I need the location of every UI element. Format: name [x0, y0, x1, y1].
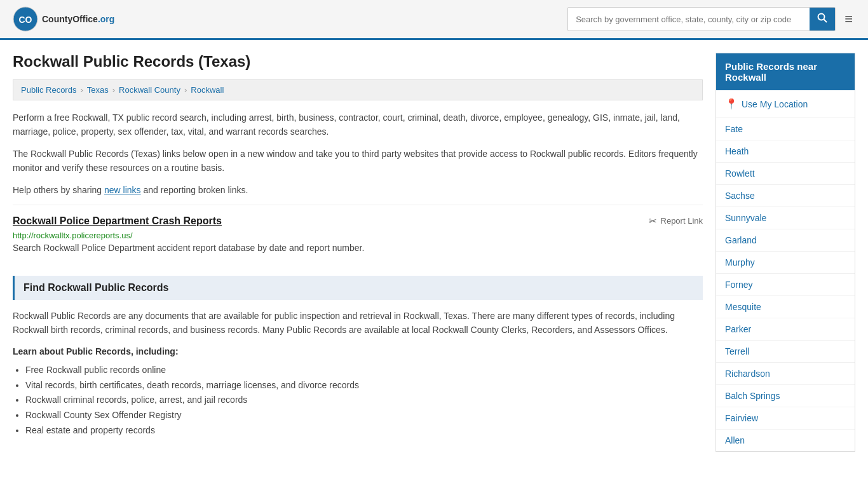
- sidebar-link-sunnyvale[interactable]: Sunnyvale: [716, 207, 855, 229]
- scissors-icon: ✂: [649, 215, 657, 227]
- sidebar-link-mesquite[interactable]: Mesquite: [716, 296, 855, 318]
- breadcrumb-rockwall-county[interactable]: Rockwall County: [119, 85, 180, 95]
- breadcrumb-sep-1: ›: [80, 85, 83, 95]
- sidebar-link-fairview[interactable]: Fairview: [716, 407, 855, 430]
- record-description: Search Rockwall Police Department accide…: [13, 243, 703, 253]
- description-1: Perform a free Rockwall, TX public recor…: [13, 111, 703, 139]
- learn-heading: Learn about Public Records, including:: [13, 346, 703, 356]
- breadcrumb-texas[interactable]: Texas: [87, 85, 109, 95]
- record-entry: Rockwall Police Department Crash Reports…: [13, 205, 703, 263]
- description-3: Help others by sharing new links and rep…: [13, 183, 703, 197]
- list-item: Rockwall criminal records, police, arres…: [25, 393, 703, 408]
- find-section: Find Rockwall Public Records Rockwall Pu…: [13, 276, 703, 438]
- new-links-link[interactable]: new links: [104, 185, 141, 195]
- description-2: The Rockwall Public Records (Texas) link…: [13, 147, 703, 175]
- list-item: Free Rockwall public records online: [25, 363, 703, 378]
- main-container: Rockwall Public Records (Texas) Public R…: [0, 40, 868, 464]
- record-url[interactable]: http://rockwalltx.policereports.us/: [13, 231, 703, 240]
- sidebar-link-balch-springs[interactable]: Balch Springs: [716, 385, 855, 407]
- sidebar-link-fate[interactable]: Fate: [716, 118, 855, 140]
- svg-line-3: [824, 20, 827, 23]
- sidebar-link-terrell[interactable]: Terrell: [716, 341, 855, 363]
- svg-point-2: [818, 14, 825, 20]
- list-item: Rockwall County Sex Offender Registry: [25, 408, 703, 423]
- breadcrumb-sep-3: ›: [184, 85, 187, 95]
- list-item: Vital records, birth certificates, death…: [25, 378, 703, 393]
- use-my-location-label: Use My Location: [742, 99, 808, 109]
- breadcrumb-sep-2: ›: [112, 85, 115, 95]
- report-link-button[interactable]: ✂ Report Link: [649, 215, 703, 227]
- page-title: Rockwall Public Records (Texas): [13, 53, 703, 71]
- logo-area: CO CountyOffice.org: [13, 6, 114, 32]
- breadcrumb: Public Records › Texas › Rockwall County…: [13, 79, 703, 100]
- sidebar-link-heath[interactable]: Heath: [716, 140, 855, 163]
- sidebar-link-murphy[interactable]: Murphy: [716, 252, 855, 274]
- search-input[interactable]: [568, 10, 810, 29]
- sidebar-link-parker[interactable]: Parker: [716, 318, 855, 341]
- breadcrumb-rockwall[interactable]: Rockwall: [191, 85, 224, 95]
- record-header: Rockwall Police Department Crash Reports…: [13, 215, 703, 227]
- sidebar-link-sachse[interactable]: Sachse: [716, 185, 855, 207]
- sidebar-box: Public Records near Rockwall 📍 Use My Lo…: [715, 53, 855, 452]
- breadcrumb-public-records[interactable]: Public Records: [21, 85, 76, 95]
- site-header: CO CountyOffice.org ≡: [0, 0, 868, 40]
- sidebar-link-rowlett[interactable]: Rowlett: [716, 163, 855, 185]
- search-button[interactable]: [810, 8, 835, 30]
- svg-text:CO: CO: [19, 15, 32, 25]
- hamburger-button[interactable]: ≡: [842, 8, 855, 30]
- location-icon: 📍: [725, 98, 738, 110]
- content-area: Rockwall Public Records (Texas) Public R…: [13, 53, 703, 452]
- search-bar: [567, 7, 836, 31]
- sidebar-link-garland[interactable]: Garland: [716, 229, 855, 252]
- logo-icon: CO: [13, 6, 38, 32]
- list-item: Real estate and property records: [25, 423, 703, 438]
- sidebar: Public Records near Rockwall 📍 Use My Lo…: [715, 53, 855, 452]
- sidebar-link-allen[interactable]: Allen: [716, 430, 855, 451]
- learn-list: Free Rockwall public records online Vita…: [13, 363, 703, 438]
- sidebar-link-richardson[interactable]: Richardson: [716, 363, 855, 385]
- description-3-suffix: and reporting broken links.: [141, 185, 248, 195]
- description-3-text: Help others by sharing: [13, 185, 104, 195]
- record-title[interactable]: Rockwall Police Department Crash Reports: [13, 215, 222, 227]
- header-right: ≡: [567, 7, 855, 31]
- search-icon: [817, 13, 827, 23]
- sidebar-link-forney[interactable]: Forney: [716, 274, 855, 296]
- report-link-label: Report Link: [661, 216, 703, 226]
- sidebar-header: Public Records near Rockwall: [716, 53, 855, 90]
- logo-text: CountyOffice.org: [42, 14, 114, 24]
- use-my-location-button[interactable]: 📍 Use My Location: [716, 90, 855, 118]
- find-section-header: Find Rockwall Public Records: [13, 276, 703, 300]
- find-section-text: Rockwall Public Records are any document…: [13, 309, 703, 337]
